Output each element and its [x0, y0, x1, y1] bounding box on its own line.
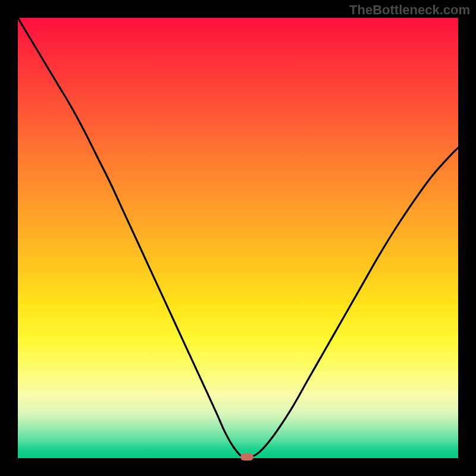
watermark-text: TheBottleneck.com — [349, 2, 470, 18]
plot-area — [18, 18, 458, 458]
bottleneck-marker — [240, 453, 253, 461]
curve-svg — [18, 18, 458, 458]
bottleneck-curve-path — [18, 18, 458, 458]
chart-frame: TheBottleneck.com — [0, 0, 476, 476]
